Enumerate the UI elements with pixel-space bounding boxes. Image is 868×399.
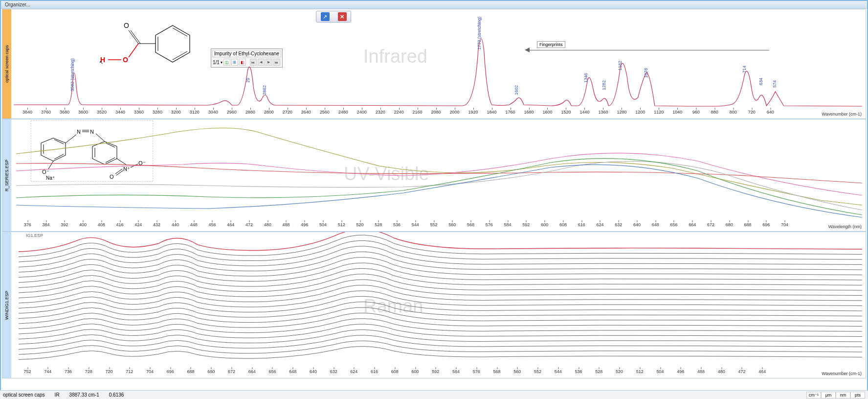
axis-tick: 608 (559, 222, 567, 227)
axis-tick: 480 (264, 222, 271, 227)
axis-tick: 1760 (505, 110, 515, 115)
axis-tick: 3840 (22, 110, 32, 115)
axis-tick: 3760 (41, 110, 51, 115)
panel-infrared-side-label: optical screen caps (2, 9, 11, 118)
axis-tick: 536 (575, 369, 582, 374)
axis-tick: 640 (633, 222, 641, 227)
status-x: 3887.33 cm-1 (69, 392, 99, 398)
axis-tick: 496 (301, 222, 308, 227)
axis-tick: 400 (79, 222, 87, 227)
axis-tick: 1520 (561, 110, 571, 115)
axis-tick: 1280 (617, 110, 626, 115)
axis-tick: 696 (762, 222, 770, 227)
unit-cm[interactable]: cm⁻¹ (806, 392, 821, 399)
panel-infrared: optical screen caps Infrared ↗ ✕ O (2, 9, 866, 119)
axis-tick: 504 (319, 222, 327, 227)
axis-tick: 488 (697, 369, 705, 374)
axis-tick: 424 (134, 222, 142, 227)
axis-tick: 664 (248, 369, 256, 374)
axis-tick: 2000 (450, 110, 460, 115)
axis-tick: 2880 (245, 110, 255, 115)
axis-tick: 592 (432, 369, 439, 374)
axis-tick: 696 (167, 369, 174, 374)
axis-tick: 520 (616, 369, 623, 374)
axis-tick: 1440 (579, 110, 589, 115)
axis-tick: 3040 (208, 110, 218, 115)
axis-tick: 2240 (394, 110, 404, 115)
axis-tick: 624 (350, 369, 357, 374)
axis-tick: 480 (718, 369, 725, 374)
axis-tick: 416 (116, 222, 124, 227)
axis-tick: 2320 (376, 110, 385, 115)
axis-tick: 584 (452, 369, 460, 374)
axis-tick: 496 (677, 369, 684, 374)
axis-tick: 384 (43, 222, 50, 227)
axis-tick: 3280 (153, 110, 162, 115)
axis-tick: 2640 (301, 110, 311, 115)
axis-tick: 568 (467, 222, 474, 227)
axis-tick: 1920 (468, 110, 478, 115)
axis-tick: 1040 (672, 110, 682, 115)
panel-raman-side-label: WINDIG1.ESP (2, 232, 11, 378)
axis-tick: 584 (504, 222, 512, 227)
unit-nm[interactable]: nm (836, 392, 850, 399)
axis-tick: 2800 (264, 110, 274, 115)
raman-chart[interactable]: IG1.ESP Raman (11, 232, 865, 369)
axis-tick: 712 (126, 369, 133, 374)
axis-tick: 552 (430, 222, 438, 227)
axis-tick: 1840 (487, 110, 497, 115)
infrared-axis: 3840376036803600352034403360328032003120… (11, 110, 865, 118)
axis-tick: 3440 (115, 110, 125, 115)
axis-tick: 464 (758, 369, 766, 374)
status-bar: optical screen caps IR 3887.33 cm-1 0.61… (0, 390, 868, 399)
axis-tick: 472 (738, 369, 745, 374)
axis-tick: 472 (245, 222, 253, 227)
axis-tick: 728 (85, 369, 92, 374)
axis-tick: 720 (105, 369, 112, 374)
raman-spectrum-svg (11, 232, 865, 369)
infrared-axis-label: Wavenumber (cm-1) (819, 112, 865, 117)
axis-tick: 800 (730, 110, 737, 115)
axis-tick: 560 (513, 369, 521, 374)
unit-um[interactable]: μm (821, 392, 836, 399)
axis-tick: 552 (534, 369, 541, 374)
axis-tick: 536 (393, 222, 401, 227)
axis-tick: 656 (670, 222, 677, 227)
axis-tick: 632 (330, 369, 337, 374)
axis-tick: 672 (707, 222, 714, 227)
panel-uv: R_SERIES.ESP UV-Visible O⁻ Na⁺ N N (2, 119, 866, 232)
axis-tick: 392 (61, 222, 68, 227)
organizer-label: Organizer... (5, 2, 30, 7)
axis-tick: 640 (767, 110, 774, 115)
axis-tick: 512 (636, 369, 644, 374)
uv-axis-label: Wavelength (nm) (825, 224, 865, 229)
axis-tick: 528 (375, 222, 382, 227)
axis-tick: 3200 (171, 110, 181, 115)
axis-tick: 1600 (542, 110, 552, 115)
axis-tick: 512 (338, 222, 345, 227)
axis-tick: 680 (207, 369, 215, 374)
axis-tick: 520 (356, 222, 364, 227)
axis-tick: 2560 (320, 110, 330, 115)
axis-tick: 3120 (190, 110, 200, 115)
axis-tick: 736 (65, 369, 72, 374)
axis-tick: 688 (744, 222, 752, 227)
axis-tick: 752 (24, 369, 31, 374)
infrared-chart[interactable]: Infrared ↗ ✕ O O H (11, 9, 865, 110)
axis-tick: 576 (473, 369, 480, 374)
uv-spectrum-svg (11, 119, 865, 222)
status-mode: IR (55, 392, 60, 398)
unit-pts[interactable]: pts (850, 392, 865, 399)
raman-axis-label: Wavenumber (cm-1) (819, 371, 865, 376)
axis-tick: 504 (656, 369, 664, 374)
uv-chart[interactable]: UV-Visible O⁻ Na⁺ N N (11, 119, 865, 222)
axis-tick: 568 (493, 369, 501, 374)
axis-tick: 600 (412, 369, 419, 374)
ir-spectrum-svg (11, 9, 865, 110)
organizer-bar[interactable]: Organizer... (1, 1, 867, 9)
axis-tick: 576 (486, 222, 493, 227)
axis-tick: 488 (282, 222, 289, 227)
axis-tick: 2480 (338, 110, 348, 115)
axis-tick: 960 (692, 110, 700, 115)
axis-tick: 432 (153, 222, 160, 227)
